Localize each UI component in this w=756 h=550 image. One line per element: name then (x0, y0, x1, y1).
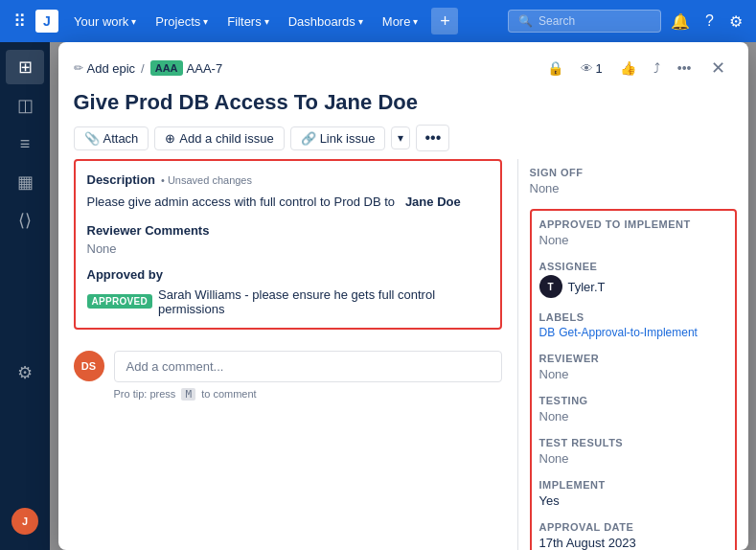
assignee-avatar: T (539, 275, 562, 298)
breadcrumb-add-epic[interactable]: ✏ Add epic (74, 61, 136, 76)
label-tags: DB Get-Approval-to-Implement (539, 326, 727, 339)
assignee-name: Tyler.T (568, 280, 606, 294)
shortcut-key: M (181, 388, 195, 401)
labels-field: Labels DB Get-Approval-to-Implement (539, 311, 727, 339)
like-button[interactable]: 👍 (614, 57, 642, 80)
approved-row: APPROVED Sarah Williams - please ensure … (87, 287, 489, 316)
implement-value: Yes (539, 493, 727, 508)
sign-off-field: Sign Off None (530, 167, 737, 195)
description-content: Please give admin access with full contr… (87, 193, 489, 212)
modal-body: Description • Unsaved changes Please giv… (58, 159, 748, 550)
more-options-button[interactable]: ••• (672, 57, 698, 80)
search-input[interactable]: 🔍 Search (508, 10, 661, 33)
sidebar-item-board[interactable]: ◫ (6, 88, 44, 123)
reviewer-label: Reviewer (539, 353, 727, 364)
nav-your-work[interactable]: Your work ▾ (66, 11, 144, 33)
nav-filters[interactable]: Filters ▾ (219, 11, 276, 33)
paperclip-icon: 📎 (84, 131, 100, 146)
comment-area: DS Add a comment... (74, 341, 502, 386)
sidebar-item-home[interactable]: ⊞ (6, 50, 44, 84)
pencil-icon: ✏ (74, 61, 83, 75)
chevron-down-icon: ▾ (264, 16, 269, 27)
chevron-down-icon: ▾ (203, 16, 208, 27)
approval-date-value: 17th August 2023 (539, 536, 727, 550)
chevron-down-icon: ▾ (358, 16, 363, 27)
issue-key-badge: AAA (150, 60, 183, 76)
reviewer-field: Reviewer None (539, 353, 727, 381)
assignee-row: T Tyler.T (539, 275, 727, 298)
notifications-icon[interactable]: 🔔 (665, 9, 696, 34)
approved-badge: APPROVED (87, 294, 153, 309)
sidebar-item-roadmap[interactable]: ▦ (6, 165, 44, 199)
watch-button[interactable]: 👁 1 (575, 57, 608, 80)
nav-projects[interactable]: Projects ▾ (148, 11, 216, 33)
link-icon: 🔗 (301, 131, 316, 146)
modal-overlay: ✏ Add epic / AAA AAA-7 🔒 👁 1 👍 ⤴ ••• ✕ G… (50, 42, 756, 550)
app-logo[interactable]: J (35, 10, 58, 33)
reviewer-comments-label: Reviewer Comments (87, 223, 489, 238)
label-approval[interactable]: Get-Approval-to-Implement (559, 326, 698, 339)
comment-input[interactable]: Add a comment... (114, 351, 502, 382)
right-panel-section-box: Approved to Implement None Assignee T Ty… (530, 209, 737, 550)
share-button[interactable]: ⤴ (648, 57, 666, 80)
breadcrumb-separator: / (141, 61, 145, 76)
close-button[interactable]: ✕ (703, 54, 733, 82)
approved-to-implement-label: Approved to Implement (539, 218, 727, 230)
approved-to-implement-value: None (539, 233, 727, 247)
modal-header: ✏ Add epic / AAA AAA-7 🔒 👁 1 👍 ⤴ ••• ✕ (58, 42, 748, 82)
description-label: Description • Unsaved changes (87, 172, 489, 187)
left-panel: Description • Unsaved changes Please giv… (58, 159, 518, 550)
link-issue-button[interactable]: 🔗 Link issue (290, 126, 386, 150)
approval-date-label: Approval Date (539, 521, 727, 533)
sign-off-value: None (530, 181, 737, 195)
sidebar: ⊞ ◫ ≡ ▦ ⟨⟩ ⚙ J (0, 42, 50, 550)
implement-field: Implement Yes (539, 479, 727, 508)
attach-button[interactable]: 📎 Attach (74, 126, 149, 150)
toolbar-more-button[interactable]: ••• (416, 125, 449, 151)
child-icon: ⊕ (165, 131, 175, 146)
help-icon[interactable]: ? (699, 9, 720, 34)
eye-icon: 👁 (581, 61, 593, 76)
add-child-issue-button[interactable]: ⊕ Add a child issue (154, 126, 284, 150)
lock-icon[interactable]: 🔒 (541, 57, 569, 80)
top-navigation: ⠿ J Your work ▾ Projects ▾ Filters ▾ Das… (0, 0, 756, 42)
sidebar-item-settings[interactable]: ⚙ (6, 355, 44, 390)
testing-field: Testing None (539, 395, 727, 424)
grid-icon[interactable]: ⠿ (8, 7, 32, 35)
sidebar-item-code[interactable]: ⟨⟩ (6, 203, 44, 238)
unsaved-badge: • Unsaved changes (161, 174, 252, 186)
sidebar-item-backlog[interactable]: ≡ (6, 126, 44, 161)
approved-by-label: Approved by (87, 267, 489, 282)
labels-label: Labels (539, 311, 727, 323)
approved-by-section: Approved by APPROVED Sarah Williams - pl… (87, 267, 489, 316)
reviewer-comments-section: Reviewer Comments None (87, 223, 489, 256)
description-highlight: Jane Doe (405, 195, 461, 209)
issue-title: Give Prod DB Access To Jane Doe (58, 82, 748, 121)
testing-value: None (539, 409, 727, 424)
nav-dashboards[interactable]: Dashboards ▾ (281, 11, 371, 33)
issue-modal: ✏ Add epic / AAA AAA-7 🔒 👁 1 👍 ⤴ ••• ✕ G… (58, 42, 748, 550)
create-button[interactable]: + (431, 8, 458, 34)
search-icon: 🔍 (518, 14, 533, 28)
reviewer-comments-value: None (87, 241, 489, 256)
sidebar-avatar[interactable]: J (11, 508, 38, 535)
pro-tip: Pro tip: press M to comment (74, 388, 502, 401)
breadcrumb-issue-key[interactable]: AAA AAA-7 (150, 60, 222, 76)
approval-date-field: Approval Date 17th August 2023 (539, 521, 727, 550)
commenter-avatar: DS (74, 351, 104, 381)
testing-label: Testing (539, 395, 727, 406)
nav-more[interactable]: More ▾ (375, 11, 426, 33)
chevron-down-icon: ▾ (413, 16, 418, 27)
settings-icon[interactable]: ⚙ (723, 9, 748, 34)
test-results-label: Test results (539, 437, 727, 448)
approved-text: Sarah Williams - please ensure he gets f… (158, 287, 488, 316)
approved-to-implement-field: Approved to Implement None (539, 218, 727, 247)
reviewer-value: None (539, 367, 727, 381)
right-panel: Sign Off None Approved to Implement None… (518, 159, 748, 550)
assignee-label: Assignee (539, 261, 727, 272)
assignee-field: Assignee T Tyler.T (539, 261, 727, 298)
test-results-field: Test results None (539, 437, 727, 466)
toolbar-chevron-button[interactable]: ▾ (391, 126, 410, 149)
label-db[interactable]: DB (539, 326, 556, 339)
sign-off-label: Sign Off (530, 167, 737, 178)
